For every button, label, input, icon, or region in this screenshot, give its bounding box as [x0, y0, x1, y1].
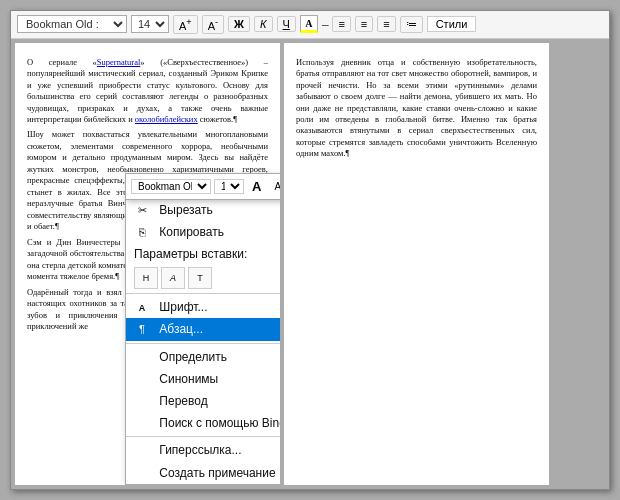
paste-params-section: H A T [126, 265, 280, 291]
toolbar-row-font: Bookman Old : 14 A+ A- Ж К Ч А – ≡ ≡ ≡ ≔… [17, 15, 603, 34]
font-selector[interactable]: Bookman Old : [17, 15, 127, 33]
menu-separator-1 [126, 293, 280, 294]
menu-item-comment[interactable]: Создать примечание [126, 462, 280, 484]
paste-keep-format-button[interactable]: H [134, 267, 158, 289]
menu-item-bing[interactable]: Поиск с помощью Bing [126, 412, 280, 434]
page-left: О сериале «Supernatural» («Сверхъестеств… [15, 43, 280, 485]
page-right: Используя дневник отца и собственную изо… [284, 43, 549, 485]
font-icon: A Шрифт... [134, 299, 208, 315]
left-para-1: О сериале «Supernatural» («Сверхъестеств… [27, 57, 268, 126]
font-size-selector[interactable]: 14 [131, 15, 169, 33]
shrink-font-button[interactable]: A- [202, 15, 224, 34]
menu-item-font[interactable]: A Шрифт... [126, 296, 280, 318]
menu-item-synonyms[interactable]: Синонимы › [126, 368, 280, 390]
italic-button[interactable]: К [254, 16, 272, 32]
menu-item-hyperlink[interactable]: Гиперссылка... [126, 439, 280, 461]
mini-font-selector[interactable]: Bookman Old : [131, 179, 211, 194]
scissors-icon: ✂ [134, 203, 150, 218]
menu-item-translate[interactable]: Перевод [126, 390, 280, 412]
highlight-color-button[interactable]: А [300, 15, 318, 33]
link-biblical[interactable]: околобиблейских [135, 114, 198, 124]
menu-item-cut[interactable]: ✂ Вырезать [126, 199, 280, 221]
paste-label-text: Параметры вставки: [134, 246, 247, 262]
define-label: Определить [134, 349, 227, 365]
copy-icon: ⎘ [134, 225, 150, 240]
right-para-1: Используя дневник отца и собственную изо… [296, 57, 537, 160]
word-window: Bookman Old : 14 A+ A- Ж К Ч А – ≡ ≡ ≡ ≔… [10, 10, 610, 490]
menu-item-paste-label: Параметры вставки: [126, 243, 280, 265]
bing-label: Поиск с помощью Bing [134, 415, 280, 431]
menu-separator-3 [126, 436, 280, 437]
hyperlink-label: Гиперссылка... [134, 442, 242, 458]
list-button[interactable]: ≔ [400, 16, 423, 33]
mini-size-selector[interactable]: 14 [214, 179, 244, 194]
underline-button[interactable]: Ч [277, 16, 296, 32]
align-left-button[interactable]: ≡ [332, 16, 350, 32]
menu-separator-2 [126, 343, 280, 344]
toolbar-area: Bookman Old : 14 A+ A- Ж К Ч А – ≡ ≡ ≡ ≔… [11, 11, 609, 39]
mini-grow-button[interactable]: A [247, 177, 266, 196]
synonyms-label: Синонимы [134, 371, 218, 387]
translate-label: Перевод [134, 393, 208, 409]
grow-font-button[interactable]: A+ [173, 15, 198, 34]
menu-item-paragraph[interactable]: ¶ Абзац... › [126, 318, 280, 340]
paste-merge-format-button[interactable]: A [161, 267, 185, 289]
link-supernatural[interactable]: Supernatural [97, 57, 140, 67]
menu-item-cut-label: ✂ Вырезать [134, 202, 213, 218]
comment-label: Создать примечание [134, 465, 276, 481]
menu-item-define[interactable]: Определить [126, 346, 280, 368]
doc-area: О сериале «Supernatural» («Сверхъестеств… [11, 39, 609, 489]
align-right-button[interactable]: ≡ [377, 16, 395, 32]
bold-button[interactable]: Ж [228, 16, 250, 32]
mini-shrink-button[interactable]: A [269, 179, 280, 194]
context-menu: ✂ Вырезать ⎘ Копировать Параметры вставк… [125, 198, 280, 485]
align-center-button[interactable]: ≡ [355, 16, 373, 32]
menu-item-copy-label: ⎘ Копировать [134, 224, 224, 240]
styles-button[interactable]: Стили [427, 16, 477, 32]
mini-toolbar: Bookman Old : 14 A A A▼ Ж К Ч [125, 173, 280, 200]
paste-plain-text-button[interactable]: T [188, 267, 212, 289]
menu-item-copy[interactable]: ⎘ Копировать [126, 221, 280, 243]
paragraph-icon: ¶ Абзац... [134, 321, 203, 337]
separator-1: – [322, 16, 329, 32]
